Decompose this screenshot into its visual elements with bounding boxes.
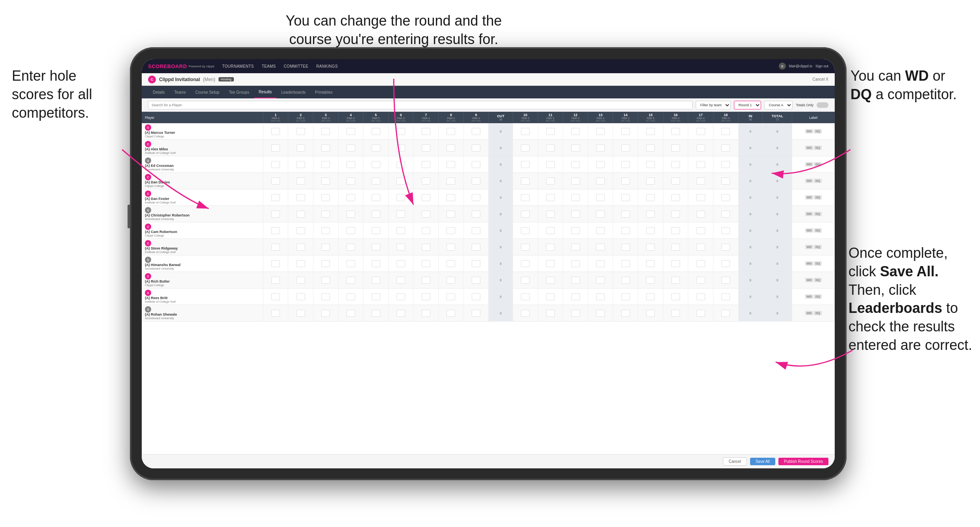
hole-score-cell[interactable]: [338, 189, 363, 206]
hole-score-cell[interactable]: [263, 189, 288, 206]
score-input[interactable]: [271, 211, 280, 218]
score-input[interactable]: [321, 144, 330, 152]
hole-score-cell[interactable]: [513, 239, 538, 255]
hole-score-cell[interactable]: [463, 123, 489, 140]
hole-score-cell[interactable]: [313, 123, 338, 140]
hole-score-cell[interactable]: [263, 156, 288, 173]
hole-score-cell[interactable]: [563, 156, 588, 173]
score-input[interactable]: [422, 194, 430, 201]
hole-score-cell[interactable]: [588, 140, 613, 156]
hole-score-cell[interactable]: [538, 140, 563, 156]
hole-score-cell[interactable]: [363, 222, 389, 239]
hole-score-cell[interactable]: [613, 272, 638, 288]
hole-score-cell[interactable]: [363, 123, 389, 140]
hole-score-cell[interactable]: [638, 305, 663, 322]
score-input[interactable]: [521, 128, 530, 135]
hole-score-cell[interactable]: [463, 173, 489, 189]
hole-score-cell[interactable]: [413, 272, 439, 288]
hole-score-cell[interactable]: [563, 255, 588, 272]
hole-score-cell[interactable]: [713, 305, 738, 322]
hole-score-cell[interactable]: [613, 239, 638, 255]
hole-score-cell[interactable]: [563, 173, 588, 189]
wd-button[interactable]: WD: [805, 278, 813, 282]
hole-score-cell[interactable]: [688, 173, 713, 189]
hole-score-cell[interactable]: [439, 140, 464, 156]
hole-score-cell[interactable]: [688, 239, 713, 255]
hole-score-cell[interactable]: [538, 239, 563, 255]
hole-score-cell[interactable]: [363, 173, 389, 189]
score-input[interactable]: [621, 293, 630, 300]
score-input[interactable]: [697, 194, 705, 201]
score-input[interactable]: [546, 178, 555, 185]
hole-score-cell[interactable]: [563, 288, 588, 305]
hole-score-cell[interactable]: [588, 272, 613, 288]
score-input[interactable]: [472, 260, 480, 267]
score-input[interactable]: [721, 293, 730, 300]
score-input[interactable]: [271, 144, 280, 152]
score-input[interactable]: [571, 161, 580, 168]
hole-score-cell[interactable]: [613, 206, 638, 222]
hole-score-cell[interactable]: [713, 272, 738, 288]
score-input[interactable]: [521, 178, 530, 185]
hole-score-cell[interactable]: [563, 272, 588, 288]
score-input[interactable]: [472, 293, 480, 300]
nav-committee[interactable]: COMMITTEE: [284, 64, 309, 68]
score-input[interactable]: [372, 211, 380, 218]
wd-button[interactable]: WD: [805, 129, 813, 133]
score-input[interactable]: [697, 244, 705, 251]
score-input[interactable]: [596, 244, 605, 251]
dq-button[interactable]: DQ: [814, 311, 821, 315]
hole-score-cell[interactable]: [638, 156, 663, 173]
score-input[interactable]: [646, 211, 655, 218]
hole-score-cell[interactable]: [663, 305, 688, 322]
score-input[interactable]: [271, 310, 280, 317]
score-input[interactable]: [472, 244, 480, 251]
score-input[interactable]: [697, 211, 705, 218]
score-input[interactable]: [446, 128, 455, 135]
score-input[interactable]: [621, 211, 630, 218]
score-input[interactable]: [372, 244, 380, 251]
score-input[interactable]: [296, 244, 305, 251]
score-input[interactable]: [697, 277, 705, 284]
score-input[interactable]: [671, 244, 680, 251]
hole-score-cell[interactable]: [663, 206, 688, 222]
hole-score-cell[interactable]: [513, 123, 538, 140]
hole-score-cell[interactable]: [613, 123, 638, 140]
score-input[interactable]: [546, 144, 555, 152]
hole-score-cell[interactable]: [513, 255, 538, 272]
hole-score-cell[interactable]: [363, 206, 389, 222]
score-input[interactable]: [596, 128, 605, 135]
hole-score-cell[interactable]: [338, 305, 363, 322]
score-input[interactable]: [521, 144, 530, 152]
hole-score-cell[interactable]: [638, 288, 663, 305]
score-input[interactable]: [472, 211, 480, 218]
hole-score-cell[interactable]: [288, 156, 313, 173]
score-input[interactable]: [521, 161, 530, 168]
hole-score-cell[interactable]: [439, 272, 464, 288]
hole-score-cell[interactable]: [638, 272, 663, 288]
hole-score-cell[interactable]: [538, 206, 563, 222]
wd-button[interactable]: WD: [805, 195, 813, 200]
hole-score-cell[interactable]: [439, 206, 464, 222]
score-input[interactable]: [697, 310, 705, 317]
hole-score-cell[interactable]: [688, 255, 713, 272]
score-input[interactable]: [646, 178, 655, 185]
hole-score-cell[interactable]: [288, 288, 313, 305]
score-input[interactable]: [472, 194, 480, 201]
hole-score-cell[interactable]: [439, 222, 464, 239]
hole-score-cell[interactable]: [588, 173, 613, 189]
score-input[interactable]: [671, 211, 680, 218]
score-input[interactable]: [521, 293, 530, 300]
score-input[interactable]: [271, 260, 280, 267]
hole-score-cell[interactable]: [613, 189, 638, 206]
cancel-button-top[interactable]: Cancel X: [812, 77, 828, 81]
hole-score-cell[interactable]: [538, 222, 563, 239]
hole-score-cell[interactable]: [363, 239, 389, 255]
score-input[interactable]: [321, 277, 330, 284]
hole-score-cell[interactable]: [313, 222, 338, 239]
hole-score-cell[interactable]: [638, 222, 663, 239]
save-all-button[interactable]: Save All: [750, 458, 775, 465]
dq-button[interactable]: DQ: [814, 129, 821, 133]
score-input[interactable]: [271, 227, 280, 234]
hole-score-cell[interactable]: [538, 189, 563, 206]
